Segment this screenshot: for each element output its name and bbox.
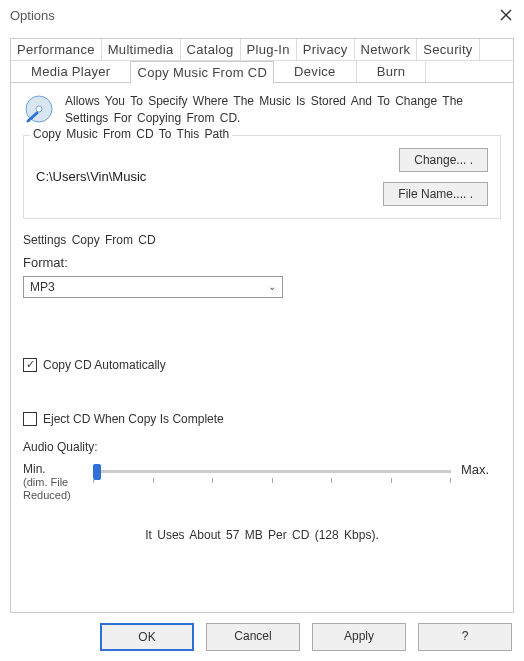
tab-performance[interactable]: Performance	[11, 39, 102, 60]
group-copy-path-title: Copy Music From CD To This Path	[30, 127, 232, 141]
tab-network[interactable]: Network	[355, 39, 418, 60]
tab-plugin[interactable]: Plug-In	[241, 39, 297, 60]
usage-text: It Uses About 57 MB Per CD (128 Kbps).	[23, 528, 501, 542]
options-window: Options Performance Multimedia Catalog P…	[0, 0, 524, 661]
cancel-button[interactable]: Cancel	[206, 623, 300, 651]
tab-copy-music-from-cd[interactable]: Copy Music From CD	[130, 61, 274, 84]
copy-auto-row[interactable]: ✓ Copy CD Automatically	[23, 358, 501, 372]
quality-slider[interactable]	[93, 466, 451, 490]
copy-auto-checkbox[interactable]: ✓	[23, 358, 37, 372]
titlebar: Options	[0, 0, 524, 30]
quality-slider-row: Min. (dim. File Reduced) Max.	[23, 462, 501, 503]
group-copy-path: Copy Music From CD To This Path C:\Users…	[23, 135, 501, 219]
window-title: Options	[10, 8, 55, 23]
close-button[interactable]	[496, 5, 516, 25]
change-path-button[interactable]: Change... .	[399, 148, 488, 172]
tab-row-1: Performance Multimedia Catalog Plug-In P…	[11, 39, 513, 61]
quality-max-label: Max.	[461, 462, 501, 477]
tab-privacy[interactable]: Privacy	[297, 39, 355, 60]
copy-auto-label: Copy CD Automatically	[43, 358, 166, 372]
group-settings: Settings Copy From CD Format: MP3 ⌄ ✓ Co…	[23, 233, 501, 543]
quality-min-label: Min.	[23, 462, 83, 476]
eject-label: Eject CD When Copy Is Complete	[43, 412, 224, 426]
apply-button[interactable]: Apply	[312, 623, 406, 651]
tab-catalog[interactable]: Catalog	[181, 39, 241, 60]
ok-button[interactable]: OK	[100, 623, 194, 651]
slider-track-line	[93, 470, 451, 473]
slider-ticks	[93, 478, 451, 483]
group-settings-title: Settings Copy From CD	[23, 233, 501, 247]
tab-media-player[interactable]: Media Player	[11, 61, 131, 82]
format-label: Format:	[23, 255, 501, 270]
tab-multimedia[interactable]: Multimedia	[102, 39, 181, 60]
tabs: Performance Multimedia Catalog Plug-In P…	[10, 38, 514, 83]
quality-min-sub: (dim. File Reduced)	[23, 476, 83, 502]
file-name-button[interactable]: File Name.... .	[383, 182, 488, 206]
tab-row-2: Media Player Copy Music From CD Device B…	[11, 61, 513, 82]
audio-quality-label: Audio Quality:	[23, 440, 501, 454]
eject-checkbox[interactable]	[23, 412, 37, 426]
format-value: MP3	[30, 280, 55, 294]
help-button[interactable]: ?	[418, 623, 512, 651]
tab-burn[interactable]: Burn	[357, 61, 427, 82]
close-icon	[500, 9, 512, 21]
format-select[interactable]: MP3 ⌄	[23, 276, 283, 298]
svg-point-3	[36, 106, 42, 112]
eject-row[interactable]: Eject CD When Copy Is Complete	[23, 412, 501, 426]
tab-content: Allows You To Specify Where The Music Is…	[10, 83, 514, 613]
description-text: Allows You To Specify Where The Music Is…	[65, 93, 501, 127]
tab-security[interactable]: Security	[417, 39, 479, 60]
chevron-down-icon: ⌄	[268, 281, 276, 292]
description-row: Allows You To Specify Where The Music Is…	[23, 93, 501, 127]
copy-path-value: C:\Users\Vin\Music	[36, 169, 146, 184]
cd-icon	[23, 93, 55, 125]
dialog-footer: OK Cancel Apply ?	[100, 623, 512, 651]
tab-device[interactable]: Device	[274, 61, 357, 82]
quality-min: Min. (dim. File Reduced)	[23, 462, 83, 503]
